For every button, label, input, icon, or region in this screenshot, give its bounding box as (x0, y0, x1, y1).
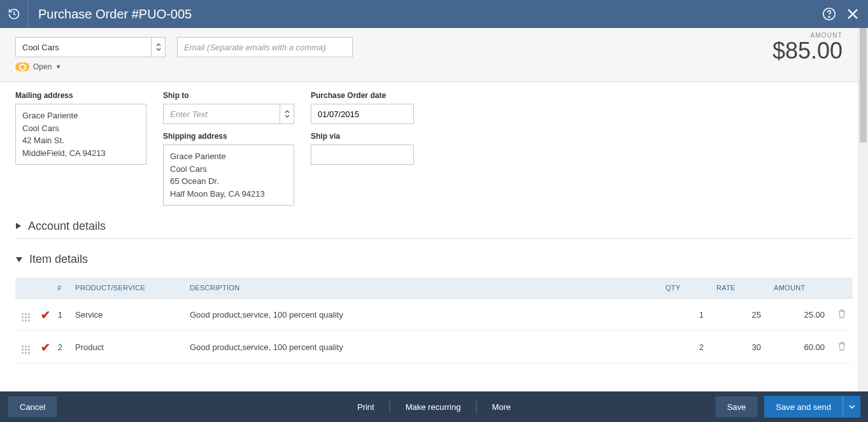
cell-desc[interactable]: Good product,service, 100 percent qualit… (183, 299, 659, 331)
print-button[interactable]: Print (346, 396, 386, 418)
svg-point-1 (829, 17, 829, 17)
chevron-down-icon (849, 405, 855, 409)
account-details-toggle[interactable]: Account details (15, 220, 853, 239)
checkmark-icon: ✔ (41, 343, 50, 352)
shipvia-label: Ship via (311, 132, 414, 141)
table-row[interactable]: ✔ 2 Product Good product,service, 100 pe… (15, 331, 853, 363)
more-button[interactable]: More (480, 396, 522, 418)
close-icon[interactable] (845, 6, 860, 22)
cell-qty[interactable]: 2 (659, 331, 710, 363)
cell-rate[interactable]: 30 (710, 331, 767, 363)
po-date-field[interactable] (311, 104, 414, 124)
history-icon[interactable] (0, 0, 28, 28)
topbar: Purchase Order #PUO-005 (0, 0, 868, 28)
cell-product[interactable]: Product (69, 331, 183, 363)
footer-bar: Cancel Print Make recurring More Save Sa… (0, 391, 868, 422)
shipto-label: Ship to (163, 91, 294, 100)
triangle-down-icon (15, 253, 23, 266)
mailing-address-label: Mailing address (15, 91, 146, 100)
item-details-title: Item details (29, 253, 88, 266)
amount-display: AMOUNT $85.00 (772, 32, 843, 64)
th-num: # (51, 278, 69, 299)
dropdown-updown-icon (280, 104, 294, 123)
th-product: PRODUCT/SERVICE (69, 278, 183, 299)
triangle-right-icon (15, 220, 22, 233)
status-dropdown[interactable]: Open ▼ (15, 62, 61, 71)
po-date-label: Purchase Order date (311, 91, 414, 100)
drag-handle-icon[interactable] (22, 313, 30, 321)
delete-row-icon[interactable] (837, 311, 846, 321)
shipto-placeholder: Enter Text (170, 109, 208, 119)
th-rate: RATE (710, 278, 767, 299)
cell-num: 1 (51, 299, 69, 331)
dropdown-updown-icon (151, 38, 165, 57)
shipto-select[interactable]: Enter Text (163, 104, 294, 124)
vertical-scrollbar[interactable] (858, 28, 868, 391)
cell-qty[interactable]: 1 (659, 299, 710, 331)
items-table: # PRODUCT/SERVICE DESCRIPTION QTY RATE A… (15, 278, 853, 363)
chevron-down-icon: ▼ (55, 64, 61, 70)
th-amount: AMOUNT (767, 278, 831, 299)
save-and-send-caret[interactable] (843, 396, 860, 418)
make-recurring-button[interactable]: Make recurring (394, 396, 473, 418)
drag-handle-icon[interactable] (22, 346, 30, 354)
delete-row-icon[interactable] (837, 344, 846, 353)
status-eye-icon (15, 62, 29, 71)
page-title: Purchase Order #PUO-005 (38, 7, 822, 22)
scrollbar-thumb[interactable] (860, 28, 867, 143)
cell-desc[interactable]: Good product,service, 100 percent qualit… (183, 331, 659, 363)
cell-product[interactable]: Service (69, 299, 183, 331)
th-qty: QTY (659, 278, 710, 299)
account-details-title: Account details (28, 220, 106, 233)
save-and-send-button[interactable]: Save and send (764, 396, 843, 418)
help-icon[interactable] (822, 7, 836, 21)
email-field[interactable] (177, 37, 353, 57)
vendor-select[interactable]: Cool Cars (15, 37, 166, 57)
status-text: Open (33, 62, 52, 71)
shipping-address[interactable]: Grace Pariente Cool Cars 65 Ocean Dr. Ha… (163, 144, 294, 206)
vendor-value: Cool Cars (22, 43, 59, 52)
save-button[interactable]: Save (715, 396, 758, 418)
amount-value: $85.00 (772, 38, 843, 64)
cell-amount: 25.00 (767, 299, 831, 331)
table-row[interactable]: ✔ 1 Service Good product,service, 100 pe… (15, 299, 853, 331)
header-band: Cool Cars AMOUNT $85.00 Open ▼ (0, 28, 868, 82)
shipping-address-label: Shipping address (163, 132, 294, 141)
cancel-button[interactable]: Cancel (8, 396, 57, 418)
shipvia-field[interactable] (311, 144, 414, 165)
main-content: Mailing address Grace Pariente Cool Cars… (0, 82, 868, 395)
item-details-toggle[interactable]: Item details (15, 253, 853, 271)
cell-num: 2 (51, 331, 69, 363)
cell-rate[interactable]: 25 (710, 299, 767, 331)
checkmark-icon: ✔ (41, 311, 50, 320)
cell-amount: 60.00 (767, 331, 831, 363)
th-desc: DESCRIPTION (183, 278, 659, 299)
mailing-address[interactable]: Grace Pariente Cool Cars 42 Main St. Mid… (15, 104, 146, 165)
